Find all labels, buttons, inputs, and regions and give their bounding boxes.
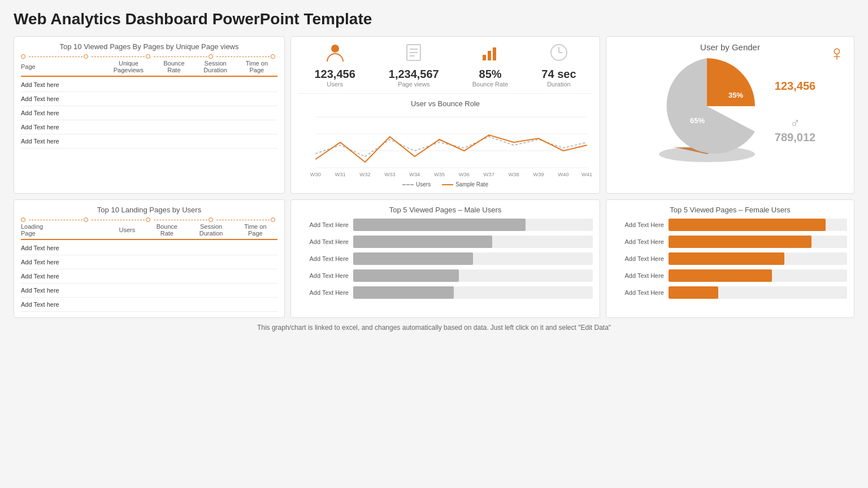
gender-content: 65% 35% 123,456 ♂ 789,012	[615, 55, 845, 168]
female-bar-row: Add Text Here	[613, 219, 847, 231]
female-bar-track-1	[669, 219, 847, 231]
female-bar-row: Add Text Here	[613, 269, 847, 282]
users-label: Users	[314, 81, 355, 88]
male-bar-fill-3	[353, 252, 473, 265]
top10-viewed-title: Top 10 Viewed Pages By Pages by Unique P…	[21, 42, 277, 51]
col-unique-header: UniquePageviews	[103, 60, 153, 73]
male-value: 789,012	[775, 131, 815, 144]
male-bar-track-2	[353, 236, 593, 248]
female-bar-fill-5	[669, 286, 718, 299]
col-timeon-header: Time onPage	[233, 223, 277, 237]
stats-row: 123,456 Users 1,234,567 Page views 85% B…	[298, 42, 593, 94]
dot-l2	[84, 217, 88, 222]
male-bar-track-4	[353, 269, 593, 282]
female-bar-row: Add Text Here	[613, 252, 847, 265]
top5-female-title: Top 5 Viewed Pages – Female Users	[613, 206, 847, 214]
col-bounce-header: BounceRate	[153, 60, 194, 73]
female-bar-track-2	[669, 236, 847, 248]
duration-icon	[541, 42, 576, 67]
connector	[29, 220, 83, 220]
stats-panel: 123,456 Users 1,234,567 Page views 85% B…	[290, 36, 600, 194]
footer-text: This graph/chart is linked to excel, and…	[14, 324, 854, 332]
male-bar-fill-5	[353, 286, 454, 299]
svg-text:W35: W35	[434, 172, 445, 177]
female-bar-chart: Add Text Here Add Text Here Add Text Her…	[613, 219, 847, 299]
landing-row: Add Text here	[21, 298, 277, 312]
male-bar-fill-1	[353, 219, 526, 231]
dot-4	[209, 54, 213, 59]
top5-female-panel: Top 5 Viewed Pages – Female Users Add Te…	[606, 199, 854, 318]
legend-users-line	[402, 184, 414, 185]
gender-numbers: 123,456 ♂ 789,012	[769, 80, 815, 144]
legend-sample-line	[442, 184, 453, 185]
landing-row: Add Text here	[21, 241, 277, 255]
dot-l3	[146, 217, 150, 222]
top5-male-panel: Top 5 Viewed Pages – Male Users Add Text…	[290, 199, 600, 318]
female-bar-label-2: Add Text Here	[613, 238, 664, 245]
female-bar-track-5	[669, 286, 847, 299]
gender-title: User by Gender	[615, 42, 845, 52]
male-bar-row: Add Text Here	[298, 219, 593, 231]
female-bar-track-4	[669, 269, 847, 282]
female-value: 123,456	[775, 80, 815, 93]
legend-sample-label: Sample Rate	[455, 181, 488, 188]
svg-text:W33: W33	[384, 172, 395, 177]
col-session-header: SessionDuration	[195, 60, 236, 73]
pageviews-value: 1,234,567	[389, 68, 439, 81]
connector	[92, 220, 145, 220]
page-title: Web Analytics Dashboard PowerPoint Templ…	[14, 10, 854, 28]
pageviews-label: Page views	[389, 81, 439, 88]
male-bar-label-2: Add Text Here	[298, 238, 349, 245]
landing-row3: Add Text here	[21, 273, 110, 280]
gender-panel: User by Gender ♀ 65% 35%	[606, 36, 854, 194]
svg-text:W38: W38	[508, 172, 519, 177]
svg-text:35%: 35%	[728, 91, 743, 99]
row5-page: Add Text here	[21, 138, 106, 145]
svg-text:W39: W39	[533, 172, 544, 177]
legend-users-label: Users	[416, 181, 431, 188]
landing-title: Top 10 Landing Pages by Users	[21, 206, 277, 214]
legend-sample: Sample Rate	[442, 181, 488, 188]
female-bar-row: Add Text Here	[613, 236, 847, 248]
connector	[92, 56, 145, 57]
landing-table-header: LoadingPage Users BounceRate SessionDura…	[21, 223, 277, 240]
landing-row: Add Text here	[21, 255, 277, 269]
dot-1	[21, 54, 25, 59]
landing-row5: Add Text here	[21, 301, 110, 308]
male-bar-chart: Add Text Here Add Text Here Add Text Her…	[298, 219, 593, 299]
bounce-icon	[472, 42, 509, 67]
male-symbol-icon: ♂	[790, 115, 800, 131]
legend-users: Users	[402, 181, 431, 188]
svg-text:W32: W32	[359, 172, 370, 177]
male-bar-row: Add Text Here	[298, 286, 593, 299]
landing-row2: Add Text here	[21, 259, 110, 265]
male-group: ♂ 789,012	[775, 115, 815, 144]
col-loading-header: LoadingPage	[21, 223, 110, 237]
male-bar-row: Add Text Here	[298, 269, 593, 282]
female-bar-label-4: Add Text Here	[613, 272, 664, 279]
table-row: Add Text here	[21, 134, 277, 149]
female-bar-fill-4	[669, 269, 772, 282]
connector	[29, 56, 83, 57]
connector	[154, 220, 207, 220]
col-users-header: Users	[110, 226, 145, 233]
pageviews-icon	[389, 42, 439, 67]
female-bar-track-3	[669, 252, 847, 265]
row1-page: Add Text here	[21, 81, 106, 88]
svg-text:W31: W31	[335, 172, 346, 177]
female-bar-fill-3	[669, 252, 784, 265]
dot-2	[84, 54, 88, 59]
table-row: Add Text here	[21, 92, 277, 106]
svg-text:W41: W41	[581, 172, 592, 177]
table-row: Add Text here	[21, 120, 277, 134]
male-bar-track-3	[353, 252, 593, 265]
pie-chart: 65% 35%	[645, 55, 769, 168]
female-bar-fill-1	[669, 219, 826, 231]
female-bar-label-5: Add Text Here	[613, 289, 664, 296]
dot-l4	[209, 217, 213, 222]
table-header: Page UniquePageviews BounceRate SessionD…	[21, 60, 277, 77]
dot-l1	[21, 217, 25, 222]
svg-text:65%: 65%	[690, 116, 705, 125]
col-timeon-header: Time onPage	[236, 60, 277, 73]
top5-male-title: Top 5 Viewed Pages – Male Users	[298, 206, 593, 214]
